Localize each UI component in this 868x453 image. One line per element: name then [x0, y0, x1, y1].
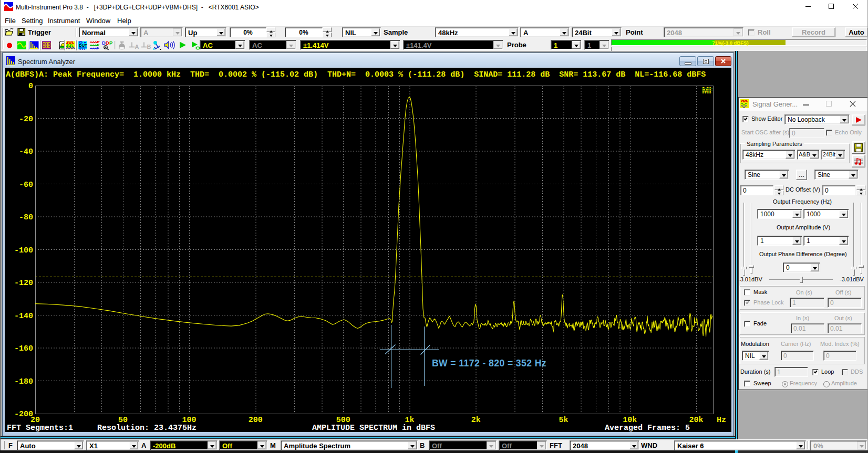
svg-text:Hz: Hz — [717, 416, 726, 425]
svg-text:5k: 5k — [559, 416, 568, 425]
svg-text:-40: -40 — [19, 148, 33, 156]
svg-text:-140: -140 — [14, 312, 33, 321]
svg-text:-20: -20 — [19, 115, 33, 124]
svg-text:-120: -120 — [14, 279, 33, 288]
svg-text:FFT Segments:1: FFT Segments:1 — [7, 424, 73, 433]
svg-text:AMPLITUDE SPECTRUM in dBFS: AMPLITUDE SPECTRUM in dBFS — [312, 424, 435, 433]
svg-text:-60: -60 — [19, 181, 33, 189]
svg-text:A(dBFS)A: Peak Frequency= 1.0: A(dBFS)A: Peak Frequency= 1.0000 kHz THD… — [6, 70, 706, 79]
svg-text:-160: -160 — [14, 344, 33, 353]
svg-text:20k: 20k — [689, 416, 703, 425]
svg-text:-80: -80 — [19, 213, 33, 222]
svg-text:200: 200 — [249, 416, 263, 425]
svg-text:-180: -180 — [14, 377, 33, 386]
svg-text:BW = 1172 - 820 = 352 Hz: BW = 1172 - 820 = 352 Hz — [432, 358, 546, 368]
svg-text:0: 0 — [28, 82, 33, 91]
svg-text:2k: 2k — [471, 416, 481, 425]
svg-text:Resolution: 23.4375Hz: Resolution: 23.4375Hz — [97, 424, 197, 433]
svg-text:Averaged Frames: 5: Averaged Frames: 5 — [605, 424, 690, 433]
svg-text:-100: -100 — [14, 246, 33, 255]
